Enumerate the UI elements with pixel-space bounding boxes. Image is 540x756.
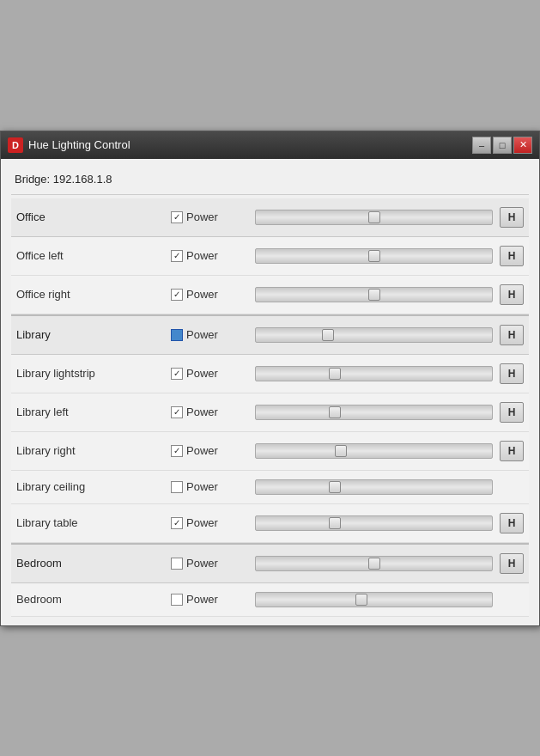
power-checkbox[interactable]: ✓ <box>171 289 183 301</box>
light-name: Bedroom <box>16 557 171 570</box>
light-row: LibraryPowerH <box>11 314 529 355</box>
slider-thumb[interactable] <box>355 594 367 606</box>
minimize-button[interactable]: – <box>472 137 491 154</box>
power-container: ✓Power <box>171 405 248 418</box>
slider-track <box>255 210 493 225</box>
hue-button[interactable]: H <box>500 441 524 461</box>
brightness-slider[interactable] <box>255 479 493 495</box>
power-label: Power <box>186 288 218 301</box>
light-name: Office left <box>16 249 171 262</box>
brightness-slider[interactable] <box>255 287 493 302</box>
slider-thumb[interactable] <box>322 329 334 341</box>
power-checkbox[interactable]: ✓ <box>171 250 183 262</box>
window-title: Hue Lighting Control <box>28 138 130 151</box>
slider-thumb[interactable] <box>329 368 341 380</box>
power-checkbox[interactable]: ✓ <box>171 211 183 223</box>
bridge-info: Bridge: 192.168.1.8 <box>11 168 529 195</box>
light-name: Library lightstrip <box>16 367 171 380</box>
hue-button[interactable]: H <box>500 553 524 574</box>
hue-button[interactable]: H <box>500 325 524 345</box>
brightness-slider[interactable] <box>255 248 493 264</box>
hue-button[interactable]: H <box>500 284 524 305</box>
brightness-slider[interactable] <box>255 210 493 225</box>
power-checkbox[interactable]: ✓ <box>171 517 183 529</box>
power-checkbox[interactable] <box>171 558 183 570</box>
slider-track <box>255 366 493 381</box>
content-area: Bridge: 192.168.1.8 Office✓PowerHOffice … <box>1 159 539 625</box>
slider-track <box>255 443 493 459</box>
brightness-slider[interactable] <box>255 327 493 343</box>
power-container: ✓Power <box>171 210 248 223</box>
lights-list: Office✓PowerHOffice left✓PowerHOffice ri… <box>11 198 529 617</box>
light-row: Library ceilingPower <box>11 471 529 504</box>
light-name: Library <box>16 328 171 341</box>
power-label: Power <box>186 593 218 606</box>
light-name: Office <box>16 210 171 223</box>
power-label: Power <box>186 480 218 493</box>
power-container: Power <box>171 480 248 493</box>
light-row: Library left✓PowerH <box>11 393 529 432</box>
power-checkbox[interactable] <box>171 329 183 341</box>
brightness-slider[interactable] <box>255 405 493 420</box>
light-name: Library right <box>16 444 171 457</box>
light-row: Office right✓PowerH <box>11 276 529 314</box>
power-container: ✓Power <box>171 367 248 380</box>
slider-thumb[interactable] <box>335 445 347 457</box>
slider-track <box>255 287 493 302</box>
hue-button[interactable]: H <box>500 513 524 533</box>
slider-thumb[interactable] <box>329 406 341 418</box>
light-name: Library left <box>16 405 171 418</box>
brightness-slider[interactable] <box>255 556 493 571</box>
power-container: Power <box>171 328 248 341</box>
light-row: Library lightstrip✓PowerH <box>11 355 529 393</box>
window-controls: – □ ✕ <box>472 137 532 154</box>
light-row: Library right✓PowerH <box>11 432 529 471</box>
power-container: Power <box>171 557 248 570</box>
slider-track <box>255 556 493 571</box>
light-name: Office right <box>16 288 171 301</box>
title-bar: D Hue Lighting Control – □ ✕ <box>1 131 539 159</box>
hue-button[interactable]: H <box>500 402 524 423</box>
power-label: Power <box>186 210 218 223</box>
power-checkbox[interactable] <box>171 481 183 493</box>
brightness-slider[interactable] <box>255 366 493 381</box>
power-label: Power <box>186 444 218 457</box>
slider-thumb[interactable] <box>368 250 380 262</box>
power-container: ✓Power <box>171 516 248 529</box>
brightness-slider[interactable] <box>255 515 493 531</box>
slider-thumb[interactable] <box>329 517 341 529</box>
slider-thumb[interactable] <box>368 558 380 570</box>
app-icon: D <box>8 137 23 153</box>
power-label: Power <box>186 328 218 341</box>
slider-thumb[interactable] <box>368 289 380 301</box>
close-button[interactable]: ✕ <box>513 137 532 154</box>
power-label: Power <box>186 405 218 418</box>
main-window: D Hue Lighting Control – □ ✕ Bridge: 192… <box>0 131 540 626</box>
brightness-slider[interactable] <box>255 592 493 607</box>
light-row: BedroomPowerH <box>11 543 529 583</box>
power-checkbox[interactable]: ✓ <box>171 445 183 457</box>
hue-button[interactable]: H <box>500 363 524 384</box>
light-name: Bedroom <box>16 593 171 606</box>
title-bar-left: D Hue Lighting Control <box>8 137 130 153</box>
light-row: Library table✓PowerH <box>11 504 529 543</box>
hue-button[interactable]: H <box>500 246 524 266</box>
power-container: ✓Power <box>171 249 248 262</box>
slider-track <box>255 515 493 531</box>
light-name: Library ceiling <box>16 480 171 493</box>
brightness-slider[interactable] <box>255 443 493 459</box>
power-label: Power <box>186 557 218 570</box>
slider-thumb[interactable] <box>329 481 341 493</box>
slider-thumb[interactable] <box>368 211 380 223</box>
power-label: Power <box>186 249 218 262</box>
power-checkbox[interactable]: ✓ <box>171 406 183 418</box>
maximize-button[interactable]: □ <box>493 137 512 154</box>
slider-track <box>255 405 493 420</box>
light-name: Library table <box>16 516 171 529</box>
power-checkbox[interactable]: ✓ <box>171 368 183 380</box>
power-checkbox[interactable] <box>171 594 183 606</box>
light-row: Office✓PowerH <box>11 198 529 237</box>
slider-track <box>255 327 493 343</box>
power-container: Power <box>171 593 248 606</box>
hue-button[interactable]: H <box>500 207 524 228</box>
